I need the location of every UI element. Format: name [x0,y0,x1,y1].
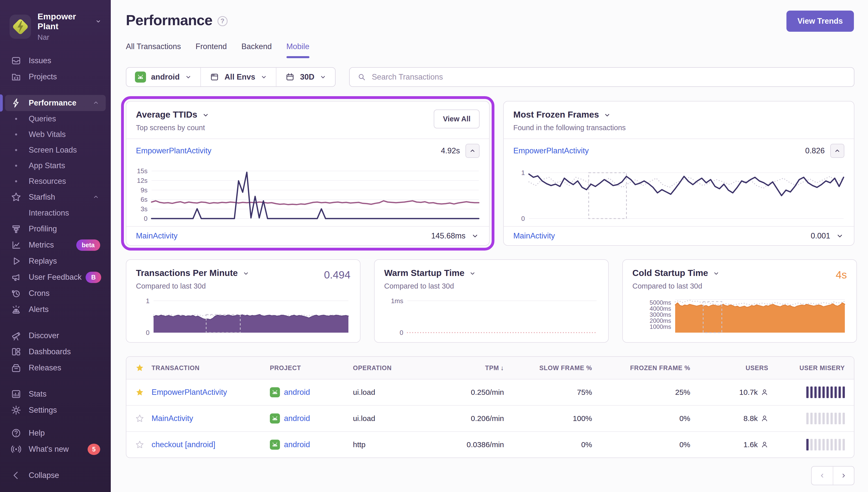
tab-all-transactions[interactable]: All Transactions [126,42,181,58]
project-link[interactable]: android [284,388,353,397]
empower-plant-logo-icon [10,17,30,36]
date-range-filter[interactable]: 30D [276,68,335,87]
project-filter-label: android [151,73,180,81]
star-column-icon[interactable] [135,364,152,372]
star-filled-icon[interactable] [135,388,152,397]
expand-row-button[interactable] [836,232,844,240]
column-header-transaction[interactable]: TRANSACTION [152,364,270,372]
sidebar-item-label: Interactions [29,208,69,218]
table-body: EmpowerPlantActivityandroidui.load0.250/… [126,379,854,458]
star-outline-icon[interactable] [135,414,152,423]
slow-frame-cell: 100% [504,414,592,423]
widget-subtitle: Top screens by count [136,124,480,132]
chevron-down-icon[interactable] [469,270,477,277]
transaction-link[interactable]: MainActivity [136,231,431,241]
chevron-down-icon[interactable] [713,270,720,277]
sidebar-item-user-feedback[interactable]: User FeedbackB [5,269,106,285]
project-filter[interactable]: android [126,68,200,87]
next-page-button[interactable] [833,467,854,485]
svg-text:1: 1 [521,169,525,176]
sort-desc-icon: ↓ [501,364,504,372]
chevron-down-icon[interactable] [202,111,209,119]
chevron-down-icon [95,18,101,25]
transaction-link[interactable]: MainActivity [513,231,811,241]
tab-bar: All TransactionsFrontendBackendMobile [126,42,854,58]
column-header-users[interactable]: USERS [690,364,768,372]
column-header-user-misery[interactable]: USER MISERY [768,364,845,372]
sidebar-item-collapse[interactable]: Collapse [5,467,106,484]
column-header-slow-frame[interactable]: SLOW FRAME % [504,364,592,372]
nav-spacer [0,376,111,386]
sidebar-item-screen-loads[interactable]: Screen Loads [5,142,106,158]
transaction-link[interactable]: EmpowerPlantActivity [513,146,805,155]
widget-transaction-row: MainActivity 145.68ms [126,227,489,245]
environment-filter[interactable]: All Envs [200,68,276,87]
sidebar-item-resources[interactable]: Resources [5,173,106,189]
expand-row-button[interactable] [471,232,480,240]
sidebar-nav: IssuesProjectsPerformanceQueriesWeb Vita… [0,53,111,418]
tab-mobile[interactable]: Mobile [286,42,309,58]
chevron-down-icon[interactable] [242,270,250,277]
sidebar-item-releases[interactable]: Releases [5,360,106,376]
tab-backend[interactable]: Backend [241,42,272,58]
broadcast-icon [10,443,22,455]
transaction-link[interactable]: EmpowerPlantActivity [152,388,270,397]
sidebar-item-web-vitals[interactable]: Web Vitals [5,127,106,142]
view-trends-button[interactable]: View Trends [787,10,854,32]
sidebar-item-label: Performance [29,98,92,107]
collapse-row-button[interactable] [830,144,844,158]
nav-spacer [0,457,111,467]
sidebar-item-issues[interactable]: Issues [5,53,106,69]
sidebar-item-alerts[interactable]: Alerts [5,301,106,318]
help-icon[interactable]: ? [218,16,228,26]
sidebar-item-label: Collapse [29,471,100,480]
slow-frame-cell: 75% [504,388,592,397]
sidebar-item-label: Queries [29,114,56,123]
previous-page-button[interactable] [812,467,833,485]
user-icon [761,441,768,448]
chevron-up-icon [834,147,841,154]
sidebar-item-label: Projects [29,72,100,81]
org-switcher[interactable]: Empower Plant Nar [0,10,111,53]
sidebar-item-queries[interactable]: Queries [5,111,106,127]
sidebar-item-profiling[interactable]: Profiling [5,221,106,237]
sidebar-item-interactions[interactable]: Interactions [5,205,106,221]
table-header-row: TRANSACTION PROJECT OPERATION TPM↓ SLOW … [126,357,854,379]
sidebar-item-dashboards[interactable]: Dashboards [5,344,106,360]
sidebar-item-label: Settings [29,405,100,415]
star-outline-icon[interactable] [135,440,152,449]
sidebar-item-app-starts[interactable]: App Starts [5,158,106,173]
android-icon [135,72,146,82]
project-link[interactable]: android [284,440,353,449]
sidebar-item-what-s-new[interactable]: What's new5 [5,441,106,457]
chevron-down-icon[interactable] [604,111,611,119]
sidebar-item-settings[interactable]: Settings [5,402,106,418]
sidebar-item-projects[interactable]: Projects [5,69,106,85]
column-header-frozen-frame[interactable]: FROZEN FRAME % [592,364,690,372]
search-box [349,67,854,87]
transaction-link[interactable]: checkout [android] [152,440,270,449]
transaction-link[interactable]: MainActivity [152,414,270,423]
table-row-empowerplantactivity: EmpowerPlantActivityandroidui.load0.250/… [126,379,854,405]
crons-icon [10,287,22,299]
sidebar-item-replays[interactable]: Replays [5,253,106,269]
sidebar-item-starfish[interactable]: Starfish [5,189,106,205]
sidebar-item-help[interactable]: Help [5,425,106,441]
sidebar-item-performance[interactable]: Performance [5,95,106,111]
column-header-project[interactable]: PROJECT [270,364,353,372]
tab-frontend[interactable]: Frontend [196,42,227,58]
sidebar-item-crons[interactable]: Crons [5,285,106,301]
collapse-row-button[interactable] [465,144,480,158]
project-cell: android [270,387,353,397]
sidebar-item-discover[interactable]: Discover [5,327,106,344]
project-link[interactable]: android [284,414,353,423]
svg-text:0: 0 [521,215,525,222]
transaction-link[interactable]: EmpowerPlantActivity [136,146,441,155]
column-header-tpm[interactable]: TPM↓ [429,364,504,372]
sidebar-item-metrics[interactable]: Metricsbeta [5,237,106,253]
column-header-operation[interactable]: OPERATION [353,364,429,372]
date-range-filter-label: 30D [300,73,314,81]
sidebar-item-stats[interactable]: Stats [5,386,106,402]
view-all-button[interactable]: View All [434,109,480,128]
search-input[interactable] [372,73,846,81]
